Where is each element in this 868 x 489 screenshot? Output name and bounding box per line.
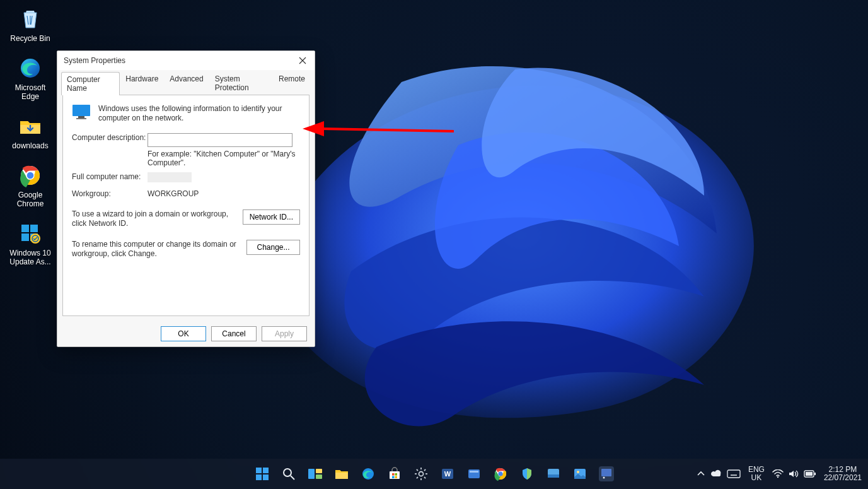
- svg-point-19: [284, 469, 291, 476]
- taskbar-store[interactable]: [385, 464, 405, 484]
- desktop-icon-recycle-bin[interactable]: Recycle Bin: [5, 6, 55, 43]
- change-button[interactable]: Change...: [246, 240, 300, 255]
- system-properties-window: System Properties Computer Name Hardware…: [57, 50, 315, 347]
- volume-icon[interactable]: [789, 469, 799, 478]
- workgroup-value: WORKGROUP: [148, 189, 300, 198]
- chevron-up-icon[interactable]: [697, 469, 705, 478]
- taskbar-center: W: [252, 464, 616, 484]
- desktop-icons: Recycle Bin Microsoft Edge downloads Goo…: [5, 6, 55, 266]
- windows-start-icon: [255, 467, 269, 481]
- apply-button[interactable]: Apply: [262, 326, 307, 341]
- svg-rect-12: [76, 118, 86, 119]
- file-explorer-icon: [334, 467, 349, 481]
- svg-rect-60: [806, 472, 813, 476]
- taskbar-word[interactable]: W: [437, 464, 458, 484]
- intro-text: Windows uses the following information t…: [98, 104, 300, 123]
- taskbar-edge[interactable]: [358, 464, 378, 484]
- taskbar-photos[interactable]: [570, 464, 590, 484]
- desc-hint: For example: "Kitchen Computer" or "Mary…: [148, 150, 300, 167]
- desktop-icon-win10-update[interactable]: Windows 10 Update As...: [5, 221, 55, 266]
- networkid-text: To use a wizard to join a domain or work…: [72, 209, 236, 228]
- store-icon: [388, 467, 402, 481]
- language-indicator[interactable]: ENG UK: [748, 466, 765, 482]
- svg-point-58: [777, 476, 778, 478]
- chrome-icon: [494, 467, 507, 481]
- app-icon: [467, 467, 481, 481]
- edge-icon: [18, 56, 43, 81]
- taskbar-settings[interactable]: [411, 464, 431, 484]
- desktop-icon-edge[interactable]: Microsoft Edge: [5, 56, 55, 101]
- network-id-button[interactable]: Network ID...: [243, 209, 300, 225]
- tab-system-protection[interactable]: System Protection: [209, 71, 273, 95]
- svg-rect-27: [395, 473, 397, 476]
- svg-rect-28: [392, 476, 395, 479]
- computer-description-input[interactable]: [148, 133, 292, 147]
- tab-advanced[interactable]: Advanced: [164, 71, 209, 95]
- desktop-icon-chrome[interactable]: Google Chrome: [5, 163, 55, 208]
- svg-rect-23: [316, 474, 322, 479]
- svg-rect-21: [308, 469, 315, 479]
- svg-rect-26: [392, 473, 395, 476]
- svg-rect-50: [601, 469, 611, 476]
- svg-rect-15: [256, 468, 262, 473]
- svg-rect-5: [30, 225, 38, 232]
- svg-line-38: [416, 477, 417, 478]
- svg-rect-42: [470, 471, 478, 473]
- search-icon: [282, 467, 296, 481]
- task-view-button[interactable]: [305, 464, 325, 484]
- taskbar-app-generic-1[interactable]: [464, 464, 484, 484]
- tab-hardware[interactable]: Hardware: [120, 71, 164, 95]
- battery-icon[interactable]: [804, 470, 816, 478]
- desktop-icon-label: Windows 10 Update As...: [5, 249, 55, 266]
- svg-line-36: [424, 477, 425, 478]
- taskbar-app-active[interactable]: [596, 464, 616, 484]
- onedrive-icon[interactable]: [710, 469, 722, 478]
- ok-button[interactable]: OK: [161, 326, 206, 341]
- taskbar-file-explorer[interactable]: [332, 464, 352, 484]
- tab-sheet: Windows uses the following information t…: [62, 95, 310, 316]
- svg-rect-16: [263, 468, 269, 473]
- taskbar-app-generic-2[interactable]: [543, 464, 564, 484]
- windows-update-icon: [18, 221, 43, 246]
- app-icon: [547, 467, 560, 481]
- tab-computer-name[interactable]: Computer Name: [61, 72, 120, 95]
- svg-rect-6: [21, 233, 29, 241]
- taskbar: W ENG UK: [0, 459, 868, 489]
- monitor-icon: [72, 104, 91, 119]
- start-button[interactable]: [252, 464, 272, 484]
- svg-text:W: W: [444, 470, 451, 478]
- clock[interactable]: 2:12 PM 22/07/2021: [824, 466, 862, 482]
- svg-rect-52: [727, 470, 740, 478]
- taskbar-right: ENG UK 2:12 PM 22/07/2021: [697, 466, 862, 482]
- close-icon: [299, 57, 306, 64]
- desc-label: Computer description:: [72, 133, 148, 142]
- svg-point-51: [603, 477, 605, 479]
- chrome-icon: [18, 163, 43, 188]
- cancel-button[interactable]: Cancel: [211, 326, 257, 341]
- desktop-icon-label: downloads: [12, 141, 48, 150]
- annotation-arrow: [303, 117, 454, 149]
- task-view-icon: [308, 467, 323, 481]
- fullname-value-redacted: [148, 172, 192, 182]
- edge-icon: [361, 467, 375, 481]
- svg-line-13: [321, 129, 454, 131]
- svg-line-20: [291, 476, 294, 480]
- tab-remote[interactable]: Remote: [273, 71, 311, 95]
- taskbar-chrome[interactable]: [490, 464, 511, 484]
- app-icon: [598, 466, 615, 482]
- recycle-bin-icon: [18, 6, 43, 32]
- date: 22/07/2021: [824, 474, 862, 482]
- taskbar-security[interactable]: [517, 464, 537, 484]
- svg-rect-61: [814, 473, 816, 475]
- word-icon: W: [441, 467, 454, 481]
- search-button[interactable]: [279, 464, 299, 484]
- svg-point-30: [419, 472, 423, 476]
- desktop-icon-label: Recycle Bin: [10, 34, 50, 43]
- desktop-icon-downloads[interactable]: downloads: [5, 114, 55, 150]
- close-button[interactable]: [294, 54, 311, 68]
- svg-rect-25: [390, 471, 400, 479]
- keyboard-icon[interactable]: [727, 469, 741, 478]
- svg-rect-11: [78, 116, 84, 118]
- wifi-icon[interactable]: [772, 469, 784, 478]
- titlebar[interactable]: System Properties: [57, 51, 315, 70]
